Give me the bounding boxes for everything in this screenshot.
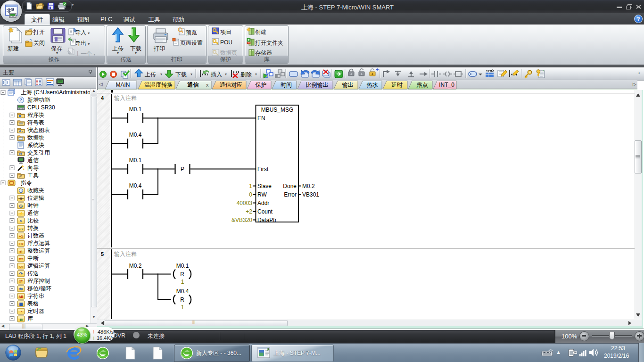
svg-text:⚡: ⚡ <box>19 211 24 216</box>
svg-text:▮▮: ▮▮ <box>19 318 23 321</box>
svg-text:▲▼: ▲▼ <box>19 228 24 230</box>
svg-text:⊣⊢: ⊣⊢ <box>18 197 24 200</box>
svg-text:Error: Error <box>284 191 297 198</box>
svg-text:M0.1: M0.1 <box>176 263 189 269</box>
svg-text:⇋: ⇋ <box>19 287 23 291</box>
svg-text:ttt: ttt <box>19 257 23 261</box>
svg-text:M0.4: M0.4 <box>129 182 142 189</box>
svg-text:1: 1 <box>249 183 252 189</box>
svg-text:MBUS_MSG: MBUS_MSG <box>261 107 294 113</box>
svg-text:通信: 通信 <box>187 82 199 88</box>
svg-text:0: 0 <box>249 191 252 198</box>
svg-text:↷: ↷ <box>19 272 23 276</box>
svg-text:±I: ±I <box>20 250 23 253</box>
svg-text:M0.4: M0.4 <box>176 288 189 295</box>
svg-text:R: R <box>180 296 184 303</box>
svg-text:◷: ◷ <box>19 204 23 208</box>
svg-text:R: R <box>180 271 184 278</box>
svg-text:>: > <box>20 219 22 223</box>
svg-text:±R: ±R <box>19 242 23 246</box>
svg-text:输入注释: 输入注释 <box>114 95 137 101</box>
svg-text:M0.1: M0.1 <box>129 106 142 113</box>
svg-text:IOII: IOII <box>19 265 24 268</box>
svg-text:Done: Done <box>283 183 297 189</box>
svg-text:RW: RW <box>257 191 267 198</box>
svg-text:5: 5 <box>101 251 104 257</box>
svg-text:Addr: Addr <box>257 200 269 206</box>
svg-text:◔: ◔ <box>20 309 22 314</box>
svg-text:▦: ▦ <box>19 302 23 306</box>
svg-text:M0.1: M0.1 <box>129 157 142 164</box>
svg-text:保护: 保护 <box>256 82 267 88</box>
svg-text:Count: Count <box>257 208 273 215</box>
svg-text:First: First <box>257 166 269 173</box>
svg-text:MAIN: MAIN <box>116 82 130 88</box>
svg-text:Slave: Slave <box>257 183 272 189</box>
svg-text:?: ? <box>19 98 22 102</box>
svg-text:P: P <box>181 166 184 173</box>
svg-text:延时: 延时 <box>391 82 403 88</box>
svg-text:温湿度转换: 温湿度转换 <box>144 82 173 88</box>
svg-text:+1: +1 <box>19 234 24 239</box>
svg-text:露点: 露点 <box>417 82 428 88</box>
svg-text:1: 1 <box>181 279 184 285</box>
svg-text:DataPtr: DataPtr <box>257 217 277 223</box>
svg-text:AB: AB <box>18 295 23 298</box>
svg-text:输出: 输出 <box>342 82 354 88</box>
svg-text:通信对应: 通信对应 <box>220 82 242 88</box>
svg-text:4: 4 <box>101 95 104 101</box>
svg-text:EN: EN <box>257 115 265 122</box>
svg-text:&VB320: &VB320 <box>231 217 252 223</box>
svg-text:M0.2: M0.2 <box>129 263 142 269</box>
svg-text:M0.2: M0.2 <box>302 183 315 189</box>
svg-text:输入注释: 输入注释 <box>114 251 137 257</box>
svg-text:时间: 时间 <box>281 82 292 88</box>
svg-text:⇄: ⇄ <box>19 279 23 284</box>
svg-text:VB301: VB301 <box>302 191 319 198</box>
svg-text:1: 1 <box>181 304 184 311</box>
svg-text:比例输出: 比例输出 <box>306 82 329 88</box>
svg-text:热水: 热水 <box>367 82 378 88</box>
svg-text:+2: +2 <box>246 208 252 215</box>
svg-text:40003: 40003 <box>237 200 253 206</box>
svg-text:x: x <box>206 82 209 88</box>
svg-text:INT_0: INT_0 <box>439 82 454 88</box>
svg-text:M0.4: M0.4 <box>129 132 142 138</box>
